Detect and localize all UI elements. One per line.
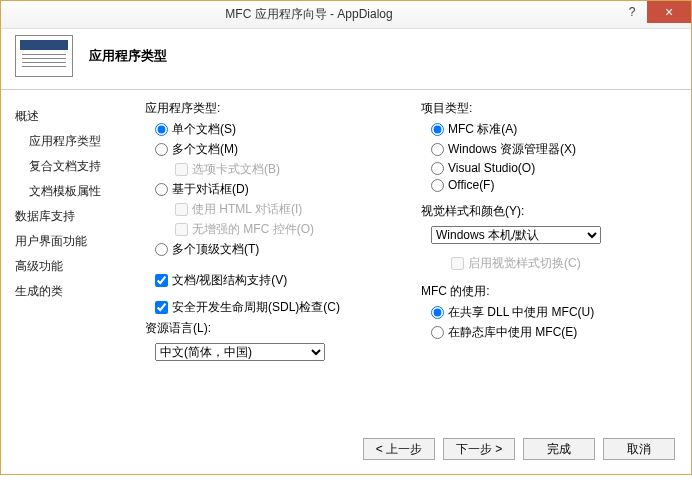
prev-button[interactable]: < 上一步 xyxy=(363,438,435,460)
wizard-window: MFC 应用程序向导 - AppDialog ? × 应用程序类型 概述 应用程… xyxy=(0,0,692,475)
label-mfc-std: MFC 标准(A) xyxy=(448,121,517,138)
label-no-enhanced: 无增强的 MFC 控件(O) xyxy=(192,221,314,238)
page-title: 应用程序类型 xyxy=(89,47,167,65)
check-doc-view[interactable] xyxy=(155,274,168,287)
select-res-lang[interactable]: 中文(简体，中国) xyxy=(155,343,325,361)
sidebar-adv-features[interactable]: 高级功能 xyxy=(15,258,145,275)
app-type-label: 应用程序类型: xyxy=(145,100,401,117)
label-shared-dll: 在共享 DLL 中使用 MFC(U) xyxy=(448,304,594,321)
check-sdl[interactable] xyxy=(155,301,168,314)
next-button[interactable]: 下一步 > xyxy=(443,438,515,460)
res-lang-label: 资源语言(L): xyxy=(145,320,401,337)
sidebar-app-type[interactable]: 应用程序类型 xyxy=(15,133,145,150)
sidebar: 概述 应用程序类型 复合文档支持 文档模板属性 数据库支持 用户界面功能 高级功… xyxy=(15,100,145,424)
proj-type-label: 项目类型: xyxy=(421,100,677,117)
radio-dialog[interactable] xyxy=(155,183,168,196)
radio-multi-top[interactable] xyxy=(155,243,168,256)
sidebar-template-props[interactable]: 文档模板属性 xyxy=(15,183,145,200)
check-html-dialog xyxy=(175,203,188,216)
sidebar-gen-classes[interactable]: 生成的类 xyxy=(15,283,145,300)
label-sdl: 安全开发生命周期(SDL)检查(C) xyxy=(172,299,340,316)
cancel-button[interactable]: 取消 xyxy=(603,438,675,460)
sidebar-db-support[interactable]: 数据库支持 xyxy=(15,208,145,225)
label-enable-switch: 启用视觉样式切换(C) xyxy=(468,255,581,272)
footer: < 上一步 下一步 > 完成 取消 xyxy=(1,430,691,474)
sidebar-ui-features[interactable]: 用户界面功能 xyxy=(15,233,145,250)
finish-button[interactable]: 完成 xyxy=(523,438,595,460)
label-single-doc: 单个文档(S) xyxy=(172,121,236,138)
visual-style-label: 视觉样式和颜色(Y): xyxy=(421,203,677,220)
select-visual-style[interactable]: Windows 本机/默认 xyxy=(431,226,601,244)
header: 应用程序类型 xyxy=(1,29,691,90)
sidebar-overview[interactable]: 概述 xyxy=(15,108,145,125)
window-title: MFC 应用程序向导 - AppDialog xyxy=(1,6,617,23)
check-no-enhanced xyxy=(175,223,188,236)
label-win-explorer: Windows 资源管理器(X) xyxy=(448,141,576,158)
label-html-dialog: 使用 HTML 对话框(I) xyxy=(192,201,302,218)
radio-mfc-std[interactable] xyxy=(431,123,444,136)
left-column: 应用程序类型: 单个文档(S) 多个文档(M) 选项卡式文档(B) 基于对话框(… xyxy=(145,100,401,424)
radio-win-explorer[interactable] xyxy=(431,143,444,156)
radio-vs[interactable] xyxy=(431,162,444,175)
mfc-use-label: MFC 的使用: xyxy=(421,283,677,300)
label-tabbed: 选项卡式文档(B) xyxy=(192,161,280,178)
label-multi-top: 多个顶级文档(T) xyxy=(172,241,259,258)
radio-multi-doc[interactable] xyxy=(155,143,168,156)
help-button[interactable]: ? xyxy=(617,1,647,23)
radio-single-doc[interactable] xyxy=(155,123,168,136)
right-column: 项目类型: MFC 标准(A) Windows 资源管理器(X) Visual … xyxy=(421,100,677,424)
radio-office[interactable] xyxy=(431,179,444,192)
label-vs: Visual Studio(O) xyxy=(448,161,535,175)
label-office: Office(F) xyxy=(448,178,494,192)
titlebar: MFC 应用程序向导 - AppDialog ? × xyxy=(1,1,691,29)
label-dialog: 基于对话框(D) xyxy=(172,181,249,198)
check-enable-switch xyxy=(451,257,464,270)
check-tabbed xyxy=(175,163,188,176)
label-doc-view: 文档/视图结构支持(V) xyxy=(172,272,287,289)
close-button[interactable]: × xyxy=(647,1,691,23)
radio-static-lib[interactable] xyxy=(431,326,444,339)
sidebar-compound-doc[interactable]: 复合文档支持 xyxy=(15,158,145,175)
radio-shared-dll[interactable] xyxy=(431,306,444,319)
label-static-lib: 在静态库中使用 MFC(E) xyxy=(448,324,577,341)
label-multi-doc: 多个文档(M) xyxy=(172,141,238,158)
app-type-icon xyxy=(15,35,73,77)
